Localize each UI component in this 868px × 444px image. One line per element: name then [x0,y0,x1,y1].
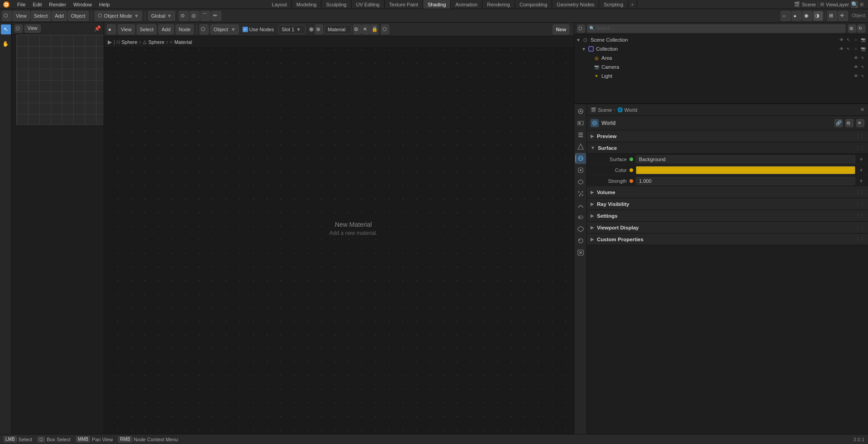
prop-icon-shader[interactable] [575,247,586,258]
tab-uv-editing[interactable]: UV Editing [352,0,385,9]
material-fake-user-btn[interactable]: 🔒 [370,24,378,34]
menu-edit[interactable]: Edit [29,0,46,9]
tab-compositing[interactable]: Compositing [515,0,552,9]
surface-input-dot[interactable] [630,158,633,161]
prop-icon-constraints[interactable] [575,212,586,223]
tab-layout[interactable]: Layout [267,0,292,9]
light-sel-btn[interactable]: ↖ [860,73,866,79]
new-material-btn[interactable]: New [553,24,569,34]
view-layer-label[interactable]: ViewLayer [826,2,849,7]
prop-icon-physics[interactable] [575,200,586,211]
menu-render[interactable]: Render [45,0,70,9]
prop-icon-object-data[interactable] [575,224,586,234]
prop-icon-modifier[interactable] [575,177,586,187]
tree-collection[interactable]: ▼ Collection 👁 ↖ ○ 📷 [574,44,868,53]
world-fake-user-btn[interactable]: 🔗 [835,119,843,127]
col-vis-btn[interactable]: 👁 [838,46,844,52]
color-prop-value[interactable] [636,166,855,174]
viewport-display-section-header[interactable]: ▶ Viewport Display ⋮⋮ [587,222,868,234]
viewport-rendered-btn[interactable]: ◑ [813,11,823,21]
node-object-mode[interactable]: Object▼ [210,24,239,34]
tab-rendering[interactable]: Rendering [482,0,515,9]
tree-light[interactable]: ▶ ☀ Light 👁 ↖ [574,72,868,81]
use-nodes-checkbox[interactable]: ✓ [243,27,248,32]
light-vis-btn[interactable]: 👁 [853,73,859,79]
gizmo-btn[interactable]: ✛ [838,11,848,21]
material-name-input[interactable]: Material [324,25,352,34]
outliner-type-btn[interactable]: ⬡ [577,24,585,33]
add-menu-btn[interactable]: Add [52,11,67,21]
tab-geometry-nodes[interactable]: Geometry Nodes [552,0,599,9]
tree-scene-collection[interactable]: ▼ ⬡ Scene Collection 👁 ↖ ○ 📷 [574,35,868,44]
strength-add-btn[interactable]: + [858,178,864,184]
object-menu-btn[interactable]: Object [68,11,89,21]
viewport-solid-btn[interactable]: ● [792,11,801,21]
node-view-menu[interactable]: View [118,24,135,34]
prop-icon-viewlayer[interactable] [575,129,586,140]
world-type-icon[interactable] [591,119,599,127]
select-tool-icon[interactable]: ↖ [1,24,11,34]
move-tool-icon[interactable]: ✋ [1,39,11,49]
ray-vis-dots[interactable]: ⋮⋮ [855,201,864,206]
proportional-btn[interactable]: ◎ [190,11,200,21]
sc-vis-btn[interactable]: 👁 [838,37,844,43]
custom-props-section-header[interactable]: ▶ Custom Properties ⋮⋮ [587,234,868,245]
prop-icon-object[interactable] [575,165,586,176]
custom-props-dots[interactable]: ⋮⋮ [855,237,864,242]
tab-scripting[interactable]: Scripting [599,0,628,9]
ray-visibility-section-header[interactable]: ▶ Ray Visibility ⋮⋮ [587,198,868,210]
view-menu-btn[interactable]: View [13,11,30,21]
snap-btn[interactable]: ⊙ [179,11,189,21]
falloff-btn[interactable]: ⌒ [200,11,210,21]
color-input-dot[interactable] [630,168,633,172]
prop-icon-scene[interactable] [575,141,586,152]
node-select-menu[interactable]: Select [137,24,157,34]
tab-add[interactable]: + [628,0,637,9]
prop-icon-material[interactable] [575,235,586,246]
node-object-type[interactable]: ⬡ [200,24,209,34]
slot-dropdown[interactable]: Slot 1 ▼ [278,25,305,34]
settings-dots[interactable]: ⋮⋮ [855,213,864,218]
breadcrumb-sphere-object[interactable]: Sphere [121,39,137,45]
extra-tools[interactable]: ⊞ [860,2,863,7]
viewport-material-btn[interactable]: ◉ [802,11,812,21]
node-node-menu[interactable]: Node [176,24,194,34]
material-browse-btn[interactable]: ⊞ [315,24,323,34]
material-remove-btn[interactable]: ✕ [362,24,370,34]
tree-area[interactable]: ▶ ◎ Area 👁 ↖ [574,53,868,62]
menu-window[interactable]: Window [70,0,95,9]
col-sel-btn[interactable]: ↖ [845,46,852,52]
surface-prop-value[interactable]: Background [636,155,855,163]
overlay-btn[interactable]: ⊞ [827,11,837,21]
breadcrumb-material[interactable]: Material [174,39,192,45]
tab-texture-paint[interactable]: Texture Paint [385,0,423,9]
volume-section-header[interactable]: ▶ Volume ⋮⋮ [587,186,868,198]
pin-icon[interactable]: 📌 [94,25,101,32]
strength-prop-value[interactable]: 1.000 [636,177,855,185]
breadcrumb-toggle[interactable]: ▶ [108,39,112,45]
prop-icon-render[interactable] [575,106,586,117]
settings-section-header[interactable]: ▶ Settings ⋮⋮ [587,210,868,222]
small-view-editor-type[interactable]: ⬡ [14,24,23,33]
col-render-btn[interactable]: 📷 [860,46,866,52]
tab-sculpting[interactable]: Sculpting [321,0,351,9]
node-editor-type-btn[interactable]: ● [107,24,116,34]
cam-vis-btn[interactable]: 👁 [853,64,859,70]
menu-help[interactable]: Help [95,0,114,9]
tab-animation[interactable]: Animation [451,0,482,9]
cam-sel-btn[interactable]: ↖ [860,64,866,70]
sc-render-btn[interactable]: 📷 [860,37,866,43]
sc-sel-btn[interactable]: ↖ [845,37,852,43]
area-sel-btn[interactable]: ↖ [860,55,866,61]
col-hide-btn[interactable]: ○ [853,46,859,52]
grease-btn[interactable]: ✏ [211,11,221,21]
preview-section-header[interactable]: ▶ Preview ⋮⋮ [587,130,868,142]
outliner-filter-btn[interactable]: ⊞ [848,24,856,33]
prop-world-label[interactable]: World [625,107,638,113]
tab-shading[interactable]: Shading [423,0,451,9]
sc-hide-btn[interactable]: ○ [853,37,859,43]
surface-section-header[interactable]: ▼ Surface ⋮⋮ [587,142,868,154]
viewport-shading-btn[interactable]: ○ [781,11,791,21]
editor-type-btn[interactable]: ⬡ [2,11,12,21]
node-add-menu[interactable]: Add [158,24,174,34]
